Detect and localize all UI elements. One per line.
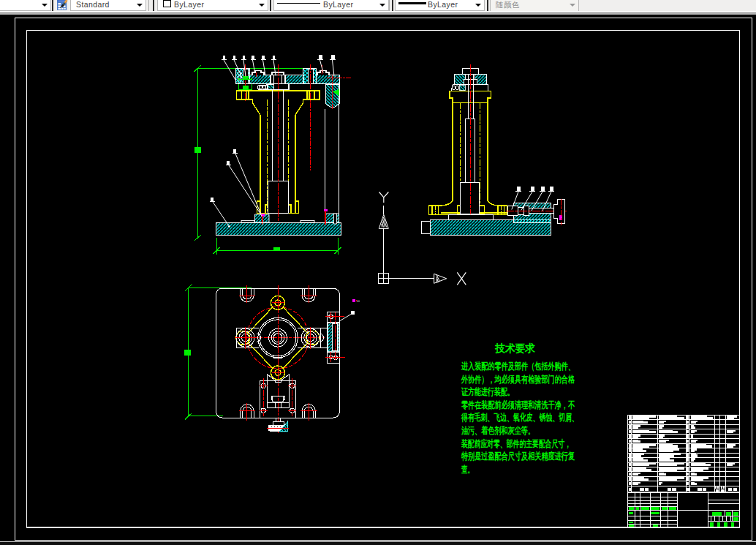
- leading-combo[interactable]: [0, 0, 51, 11]
- toolbar-separator: [487, 0, 488, 11]
- window-border-light: [0, 13, 756, 15]
- svg-text:装配前应对零、部件的主要配合尺寸，: 装配前应对零、部件的主要配合尺寸，: [461, 438, 571, 449]
- table-style-combo[interactable]: Standard: [70, 0, 146, 11]
- svg-text:查。: 查。: [461, 464, 474, 475]
- svg-text:零件在装配前必须清理和清洗干净，不: 零件在装配前必须清理和清洗干净，不: [461, 399, 575, 410]
- toolbar-separator: [52, 0, 53, 11]
- color-value: ByLayer: [174, 0, 204, 9]
- linetype-sample: [277, 3, 320, 4]
- svg-text:油污、着色剂和灰尘等。: 油污、着色剂和灰尘等。: [461, 425, 534, 436]
- toolbar-separator: [392, 0, 393, 11]
- lineweight-value: ByLayer: [428, 0, 458, 9]
- table-style-icon[interactable]: [56, 0, 68, 11]
- lineweight-sample: [398, 2, 426, 4]
- toolbar: Standard ByLayer ByLayer ByLayer 随颜色: [0, 0, 756, 12]
- lineweight-combo[interactable]: ByLayer: [395, 0, 485, 11]
- table-style-value: Standard: [76, 0, 110, 9]
- linetype-combo-arrow-icon[interactable]: [377, 0, 388, 10]
- table-style-combo-arrow-icon[interactable]: [134, 0, 145, 10]
- toolbar-separator: [153, 0, 154, 11]
- linetype-value: ByLayer: [323, 0, 353, 9]
- linetype-combo[interactable]: ByLayer: [273, 0, 389, 11]
- plotstyle-value: 随颜色: [496, 0, 520, 10]
- color-combo[interactable]: ByLayer: [157, 0, 268, 11]
- lineweight-combo-arrow-icon[interactable]: [472, 0, 483, 10]
- color-swatch: [163, 0, 171, 7]
- plotstyle-combo-arrow-icon: [567, 0, 578, 10]
- color-combo-arrow-icon[interactable]: [256, 0, 267, 10]
- svg-text:外协件），均必须具有检验部门的合格: 外协件），均必须具有检验部门的合格: [461, 374, 575, 385]
- toolbar-separator: [270, 0, 271, 11]
- toolbar-separator: [148, 0, 149, 11]
- tech-requirements: 技术要求 进入装配的零件及部件（包括外购件、 外协件），均必须具有检验部门的合格…: [461, 342, 578, 475]
- leading-combo-arrow-icon[interactable]: [39, 0, 50, 10]
- svg-text:进入装配的零件及部件（包括外购件、: 进入装配的零件及部件（包括外购件、: [461, 361, 575, 372]
- svg-text:得有毛刺、飞边、氧化皮、锈蚀、切屑、: 得有毛刺、飞边、氧化皮、锈蚀、切屑、: [461, 412, 578, 423]
- svg-text:特别是过盈配合尺寸及相关精度进行复: 特别是过盈配合尺寸及相关精度进行复: [461, 451, 575, 462]
- tech-requirements-body: 进入装配的零件及部件（包括外购件、 外协件），均必须具有检验部门的合格 证方能进…: [461, 361, 578, 475]
- toolbar-separator: [389, 0, 390, 11]
- drawing-canvas[interactable]: Y X 技术要求 进: [0, 0, 756, 545]
- statusbar-body: [0, 542, 756, 545]
- svg-text:证方能进行装配。: 证方能进行装配。: [461, 386, 514, 397]
- autocad-window: Y X 技术要求 进: [0, 0, 756, 545]
- tech-requirements-title: 技术要求: [494, 342, 535, 354]
